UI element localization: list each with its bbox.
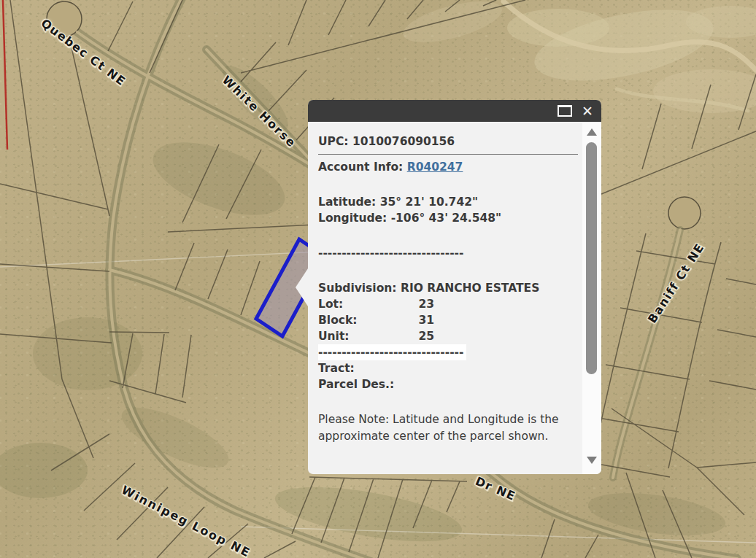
parcel-info-popup: ✕ UPC: 1010076090156 Account Info: R0402… xyxy=(308,100,601,474)
lot-label: Lot: xyxy=(318,296,414,312)
maximize-icon[interactable] xyxy=(558,105,572,117)
scroll-up-arrow-icon[interactable] xyxy=(587,128,597,136)
unit-label: Unit: xyxy=(318,328,414,344)
longitude-label: Longitude: xyxy=(318,212,387,225)
scroll-down-arrow-icon[interactable] xyxy=(587,457,597,464)
note-text: Please Note: Latitude and Longitude is t… xyxy=(318,411,578,445)
tract-row: Tract: xyxy=(318,360,578,376)
popup-content: UPC: 1010076090156 Account Info: R040247… xyxy=(308,122,601,474)
account-link[interactable]: R040247 xyxy=(407,160,463,174)
lot-value: 23 xyxy=(418,298,434,311)
latitude-row: Latitude: 35° 21' 10.742" xyxy=(318,194,578,210)
longitude-value: -106° 43' 24.548" xyxy=(391,212,502,225)
account-row: Account Info: R040247 xyxy=(318,159,578,175)
unit-value: 25 xyxy=(418,330,434,343)
parcel-map-app: Quebec Ct NE White Horse Baniff Ct NE Wi… xyxy=(0,0,756,558)
block-label: Block: xyxy=(318,312,414,328)
longitude-row: Longitude: -106° 43' 24.548" xyxy=(318,210,578,226)
block-value: 31 xyxy=(418,314,434,327)
subdivision-value: RIO RANCHO ESTATES xyxy=(401,282,539,295)
lot-row: Lot: 23 xyxy=(318,296,578,312)
popup-scrollbar[interactable] xyxy=(582,122,601,474)
dashed-separator-highlighted: ------------------------------- xyxy=(318,344,466,360)
block-row: Block: 31 xyxy=(318,312,578,328)
cul-de-sac-baniff xyxy=(668,197,701,229)
tract-label: Tract: xyxy=(318,362,355,375)
scrollbar-thumb[interactable] xyxy=(586,142,597,374)
subdivision-label: Subdivision: xyxy=(318,282,397,295)
parcel-des-row: Parcel Des.: xyxy=(318,376,578,392)
upc-label: UPC: xyxy=(318,135,349,148)
divider-line xyxy=(318,154,578,155)
close-icon[interactable]: ✕ xyxy=(582,104,593,118)
parcel-des-label: Parcel Des.: xyxy=(318,378,394,391)
latitude-value: 35° 21' 10.742" xyxy=(380,195,478,209)
subdivision-row: Subdivision: RIO RANCHO ESTATES xyxy=(318,280,578,296)
upc-value: 1010076090156 xyxy=(352,135,455,148)
unit-row: Unit: 25 xyxy=(318,328,578,344)
account-label: Account Info: xyxy=(318,160,403,174)
upc-row: UPC: 1010076090156 xyxy=(318,133,578,150)
popup-titlebar[interactable]: ✕ xyxy=(308,100,601,122)
dashed-separator: ------------------------------- xyxy=(318,245,578,261)
latitude-label: Latitude: xyxy=(318,195,376,209)
